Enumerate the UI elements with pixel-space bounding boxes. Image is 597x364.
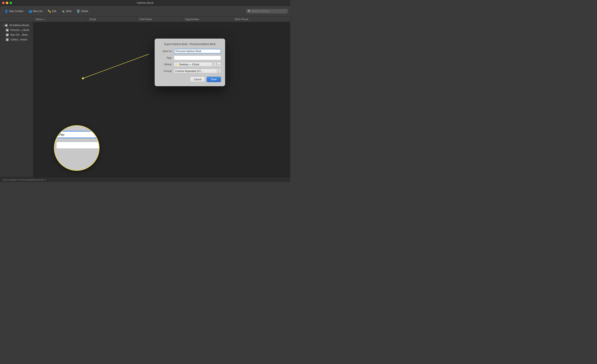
toolbar: 👤 New Contact 👥 New List ✏️ Edit ✒️ Writ… (0, 6, 290, 16)
sidebar-item-personal[interactable]: ◉ Persons...s Book (1, 28, 32, 32)
save-as-row: Save As: (159, 49, 221, 54)
col-header-name[interactable]: Name ▲ (33, 16, 87, 22)
zoom-circle: Export Ad Save As: Tags: (54, 125, 100, 171)
format-value: Comma Separated (UT... (175, 70, 203, 72)
sort-arrow-icon: ▲ (43, 18, 45, 20)
save-as-label: Save As: (159, 50, 172, 53)
trash-icon: 🗑️ (77, 9, 80, 13)
format-select[interactable]: Comma Separated (UT... ▲ ▼ (174, 69, 221, 73)
stepper-down-icon[interactable]: ▼ (212, 65, 215, 67)
sidebar: ▾ ◉ All Address Books ◉ Persons...s Book… (0, 22, 33, 177)
col-header-organization[interactable]: Organization (182, 16, 232, 22)
search-icon: 🔍 (248, 10, 251, 13)
where-value: Desktop — iCloud (179, 63, 199, 66)
close-button[interactable] (2, 2, 5, 4)
minimize-button[interactable] (6, 2, 8, 4)
window-controls (2, 2, 12, 4)
save-as-input[interactable] (174, 49, 221, 54)
delete-button[interactable]: 🗑️ Delete (74, 8, 90, 14)
new-list-label: New List (33, 10, 42, 13)
export-dialog: Export Address Book - Personal Address B… (155, 39, 225, 86)
list-add-icon: 👥 (28, 9, 32, 13)
format-stepper-up-icon[interactable]: ▲ (217, 69, 220, 71)
new-list-button[interactable]: 👥 New List (26, 8, 45, 14)
new-contact-button[interactable]: 👤 New Contact (2, 8, 25, 14)
edit-button[interactable]: ✏️ Edit (45, 8, 58, 14)
stepper-up-icon[interactable]: ▲ (212, 62, 215, 65)
edit-label: Edit (52, 10, 56, 13)
content-area: Export Address Book - Personal Address B… (33, 22, 290, 177)
format-stepper[interactable]: ▲ ▼ (217, 69, 220, 73)
sidebar-item-collected[interactable]: ◉ Collect...resses (1, 37, 32, 42)
zoom-tags-row: Tags: (54, 142, 100, 149)
delete-label: Delete (81, 10, 88, 13)
tags-row: Tags: (159, 55, 221, 60)
where-stepper[interactable]: ▲ ▼ (212, 62, 215, 67)
search-input[interactable] (252, 10, 286, 13)
col-header-email[interactable]: Email (87, 16, 137, 22)
vcard-icon-personal: ◉ (6, 29, 9, 32)
format-stepper-down-icon[interactable]: ▼ (217, 71, 220, 73)
maximize-button[interactable] (9, 2, 12, 4)
cancel-button[interactable]: Cancel (190, 77, 205, 82)
title-bar: Address Book (0, 0, 290, 6)
write-icon: ✒️ (61, 9, 65, 13)
zoom-tags-input[interactable] (56, 142, 100, 149)
vcard-icon-collected: ◉ (6, 38, 9, 41)
dialog-buttons: Cancel Save (159, 77, 221, 82)
zoom-save-as-row: Save As: (54, 131, 100, 138)
search-box: 🔍 (246, 9, 288, 14)
main-layout: ▾ ◉ All Address Books ◉ Persons...s Book… (0, 22, 290, 177)
zoom-save-as-input[interactable] (56, 131, 100, 138)
vcard-icon-macos: ◉ (6, 33, 9, 36)
where-control: 📁 Desktop — iCloud ▲ ▼ ▾ (174, 62, 221, 67)
write-button[interactable]: ✒️ Write (59, 8, 74, 14)
address-book-icon: ◉ (5, 24, 8, 27)
zoom-inner-content: Export Ad Save As: Tags: (54, 125, 100, 159)
save-button[interactable]: Save (207, 77, 221, 82)
status-text: Total contacts in Personal Address Book:… (2, 178, 46, 181)
format-label: Format: (159, 70, 172, 72)
write-label: Write (66, 10, 71, 13)
dialog-title: Export Address Book - Personal Address B… (159, 43, 221, 46)
where-row: Where: 📁 Desktop — iCloud ▲ ▼ ▾ (159, 62, 221, 67)
folder-icon: 📁 (175, 63, 178, 66)
sidebar-item-macos[interactable]: ◉ Mac OS... Book (1, 32, 32, 37)
tags-label: Tags: (159, 56, 172, 59)
where-select[interactable]: 📁 Desktop — iCloud ▲ ▼ (174, 62, 216, 67)
where-label: Where: (159, 63, 172, 66)
sidebar-header-spacer (0, 16, 33, 22)
tags-input[interactable] (174, 55, 221, 60)
format-row: Format: Comma Separated (UT... ▲ ▼ (159, 69, 221, 73)
chevron-down-icon: ▾ (2, 24, 4, 26)
new-contact-label: New Contact (9, 10, 24, 13)
person-add-icon: 👤 (5, 9, 8, 13)
edit-icon: ✏️ (47, 9, 51, 13)
column-headers: Name ▲ Email Chat Name Organization Work… (0, 16, 290, 22)
status-bar: Total contacts in Personal Address Book:… (0, 177, 290, 182)
sidebar-item-all[interactable]: ▾ ◉ All Address Books (1, 23, 32, 28)
app-title: Address Book (137, 1, 154, 4)
col-header-work-phone[interactable]: Work Phone (232, 16, 290, 22)
col-header-chat[interactable]: Chat Name (137, 16, 182, 22)
where-dropdown-button[interactable]: ▾ (217, 62, 221, 67)
